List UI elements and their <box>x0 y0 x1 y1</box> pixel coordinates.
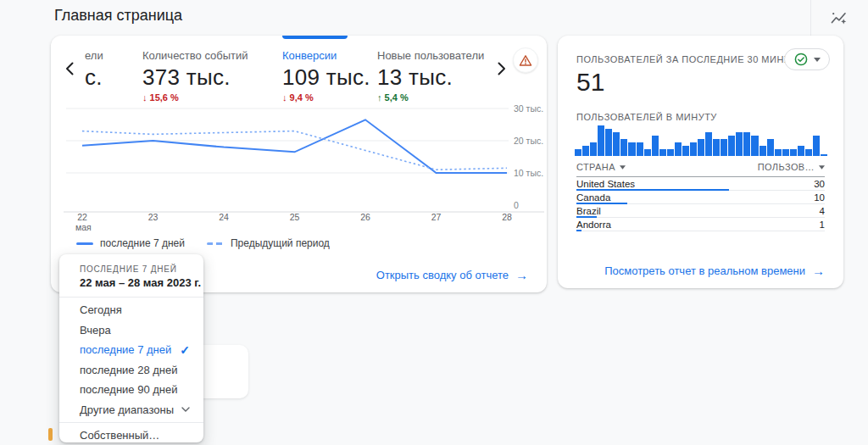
country-table: United States30Canada10Brazil4Andorra1 <box>576 177 825 231</box>
menu-item-последние-28-дней[interactable]: последние 28 дней <box>59 360 203 381</box>
minute-bar <box>743 132 750 156</box>
legend-label: Предыдущий период <box>231 237 330 249</box>
minute-bar <box>682 146 689 156</box>
chevron-down-icon <box>181 407 190 412</box>
legend-item: Предыдущий период <box>207 237 330 249</box>
users-per-minute-label: ПОЛЬЗОВАТЕЛЕЙ В МИНУТУ <box>576 112 717 122</box>
minute-bar <box>620 139 627 156</box>
svg-text:24: 24 <box>219 212 229 222</box>
country-users: 30 <box>814 179 825 189</box>
menu-item-label: последние 90 дней <box>80 383 178 396</box>
users-per-minute-chart <box>575 124 827 156</box>
metric-label: Конверсии <box>282 49 370 63</box>
menu-divider <box>59 422 203 423</box>
data-warning-badge[interactable] <box>513 47 538 73</box>
minute-bar <box>675 142 682 156</box>
menu-item-сегодня[interactable]: Сегодня <box>59 300 203 320</box>
metric-delta: ↓ 9,4 % <box>282 92 370 103</box>
country-users: 10 <box>814 192 825 203</box>
arrow-right-icon: → <box>812 264 825 278</box>
country-name: Andorra <box>576 220 611 230</box>
date-range-value: 22 мая – 28 мая 2023 г. <box>80 276 203 289</box>
minute-bar <box>751 136 758 156</box>
menu-item-последние-7-дней[interactable]: последние 7 дней✓ <box>59 340 203 360</box>
menu-item-вчера[interactable]: Вчера <box>59 320 203 341</box>
minute-bar <box>690 142 697 156</box>
minute-bar <box>798 146 804 156</box>
menu-item-label: последние 7 дней <box>80 343 171 356</box>
minute-bar <box>628 142 635 156</box>
minute-bar <box>637 142 643 156</box>
svg-text:26: 26 <box>360 212 370 222</box>
metric-label: Новые пользователи <box>377 49 484 63</box>
minute-bar <box>805 149 812 156</box>
minute-bar <box>736 132 743 156</box>
metric-value: 109 тыс. <box>282 65 370 89</box>
country-column-header[interactable]: СТРАНА <box>576 162 626 172</box>
caret-down-icon <box>819 165 825 170</box>
menu-item-последние-90-дней[interactable]: последние 90 дней <box>59 380 203 400</box>
metric-label: Количество событий <box>142 49 248 63</box>
minute-bar <box>767 139 774 156</box>
minute-bar <box>813 136 820 156</box>
chevron-left-icon <box>65 62 74 75</box>
minute-bar <box>775 149 782 156</box>
header-divider <box>810 0 811 36</box>
svg-text:мая: мая <box>75 222 92 232</box>
country-name: United States <box>576 179 635 189</box>
metric-new-users[interactable]: Новые пользователи13 тыс.↑ 5,4 % <box>377 49 484 103</box>
menu-item-label: последние 28 дней <box>80 364 178 376</box>
country-row: Brazil4 <box>576 204 825 218</box>
conversions-line-chart: 30 тыс.20 тыс.10 тыс.022232425262728мая <box>51 103 547 235</box>
svg-text:22: 22 <box>77 212 87 222</box>
minute-bar <box>575 149 581 156</box>
realtime-report-link[interactable]: Посмотреть отчет в реальном времени → <box>604 264 825 278</box>
svg-text:0: 0 <box>514 200 519 210</box>
country-users: 4 <box>820 206 825 216</box>
realtime-report-label: Посмотреть отчет в реальном времени <box>604 264 805 277</box>
minute-bar <box>821 154 827 156</box>
metric-conversions[interactable]: Конверсии109 тыс.↓ 9,4 % <box>282 49 370 103</box>
country-bar <box>576 230 581 231</box>
open-report-summary-link[interactable]: Открыть сводку об отчете → <box>376 268 528 282</box>
insights-icon <box>830 9 849 26</box>
chevron-right-icon <box>498 62 506 75</box>
check-circle-icon <box>794 53 808 66</box>
metric-users-clipped[interactable]: елис. <box>85 49 103 89</box>
realtime-card: ПОЛЬЗОВАТЕЛЕЙ ЗА ПОСЛЕДНИЕ 30 МИНУТ 51 П… <box>558 36 843 288</box>
check-icon: ✓ <box>180 343 190 357</box>
users-column-header[interactable]: ПОЛЬЗОВ… <box>758 162 825 172</box>
metric-delta: ↑ 5,4 % <box>377 92 484 103</box>
solid-line-swatch <box>76 242 93 245</box>
analytics-home-page: Главная страница елис.Количество событий… <box>0 0 868 445</box>
svg-text:30 тыс.: 30 тыс. <box>514 103 543 114</box>
metrics-prev-button[interactable] <box>59 58 80 79</box>
svg-text:25: 25 <box>290 212 300 222</box>
minute-bar <box>644 149 651 156</box>
country-row: United States30 <box>576 177 825 191</box>
date-range-options: СегодняВчерапоследние 7 дней✓последние 2… <box>59 300 203 445</box>
realtime-status-pill[interactable] <box>784 48 830 70</box>
page-title: Главная страница <box>54 7 182 25</box>
metrics-next-button[interactable] <box>492 58 512 79</box>
realtime-title: ПОЛЬЗОВАТЕЛЕЙ ЗА ПОСЛЕДНИЕ 30 МИНУТ <box>576 54 797 64</box>
minute-bar <box>713 139 720 156</box>
svg-text:10 тыс.: 10 тыс. <box>514 168 543 178</box>
menu-item-собственный-[interactable]: Собственный… <box>59 426 203 445</box>
menu-item-label: Собственный… <box>80 429 159 442</box>
minute-bar <box>590 142 597 156</box>
metric-event-count[interactable]: Количество событий373 тыс.↓ 15,6 % <box>142 49 248 103</box>
metric-value: 13 тыс. <box>377 65 484 89</box>
legend-label: последние 7 дней <box>100 237 185 249</box>
insights-button[interactable] <box>826 5 853 31</box>
legend-item: последние 7 дней <box>76 237 185 249</box>
menu-divider <box>59 297 203 298</box>
country-row: Andorra1 <box>576 218 825 231</box>
country-name: Brazil <box>576 206 601 216</box>
minute-bar <box>782 149 789 156</box>
menu-item-другие-диапазоны[interactable]: Другие диапазоны <box>59 400 203 420</box>
minute-bar <box>760 146 766 156</box>
metric-value: 373 тыс. <box>142 65 248 89</box>
minute-bar <box>790 149 797 156</box>
users-30min-value: 51 <box>576 68 604 97</box>
